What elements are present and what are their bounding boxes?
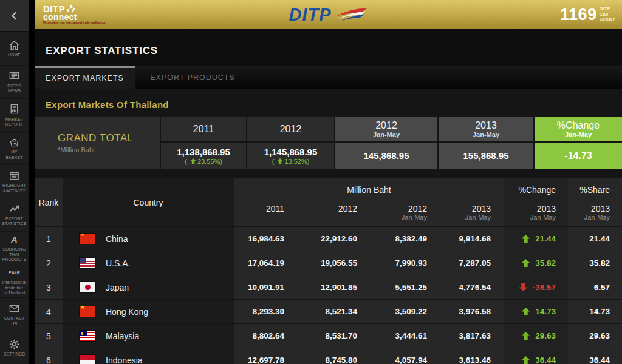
sidebar-item-label: MYBASKET: [5, 150, 22, 160]
content-area: EXPORT STATISTICS EXPORT MARKETS EXPORT …: [35, 29, 622, 364]
tab-export-products[interactable]: EXPORT PRODUCTS: [135, 66, 250, 89]
sidebar-item-export-statistics[interactable]: EXPORTSTATISTICS: [0, 198, 29, 231]
country-name: Indonesia: [106, 356, 143, 364]
share-period: Jan-May: [584, 214, 610, 221]
ditp-connect-logo[interactable]: DITP connect Personalize your internatio…: [43, 4, 106, 25]
sidebar-item-label: HIGHLIGHT&ACTIVITY: [2, 183, 26, 194]
trend-icon: [9, 203, 20, 215]
sidebar-item-settings[interactable]: SETTINGS: [0, 331, 29, 364]
value-cell: 12,697.78: [234, 348, 298, 364]
share-cell: 36.44: [568, 348, 622, 364]
share-cell: 14.73: [568, 300, 622, 323]
tab-bar: EXPORT MARKETS EXPORT PRODUCTS: [35, 66, 622, 89]
arrow-up-icon: [521, 356, 530, 364]
brand-tagline: Personalize your international trade int…: [43, 22, 106, 25]
gear-icon: [9, 338, 20, 350]
sourcing-icon: A: [11, 233, 18, 245]
mail-icon: [9, 302, 20, 314]
value-cell: 3,976.58: [440, 300, 504, 323]
value-cell: 8,802.64: [234, 324, 298, 348]
sidebar-item-home[interactable]: HOME: [0, 32, 29, 65]
rank-cell: 6: [35, 348, 63, 364]
ditp-logo-text: DITP: [289, 5, 331, 25]
value-cell: 16,984.63: [234, 227, 298, 251]
sidebar-item-sourcing-thai-products[interactable]: ASOURCINGTHAIPRODUCTS: [0, 231, 29, 265]
sidebar-item-ditps-news[interactable]: DITP'SNEWS: [0, 65, 29, 98]
call-center-label: DITP Call Center: [600, 7, 615, 22]
sidebar-item-trade-fair[interactable]: FAIRInternationaltrade fairin Thailand: [0, 265, 29, 298]
home-icon: [9, 39, 20, 51]
percent-change-title: %Change: [519, 185, 556, 195]
value-cell: 10,091.91: [234, 275, 298, 299]
value-cell: 8,531.70: [298, 324, 371, 348]
table-row[interactable]: 5Malaysia8,802.648,531.703,444.613,817.6…: [35, 324, 622, 348]
share-cell: 6.57: [568, 275, 622, 299]
grand-total-change: ( 23.55%): [185, 158, 222, 165]
rank-cell: 5: [35, 324, 63, 348]
share-year: 2013: [584, 204, 610, 214]
grand-total-column-2: 2012Jan-May145,868.95: [335, 117, 437, 169]
year-subheaders: 201120122012Jan-May2013Jan-May: [234, 204, 504, 221]
sidebar-item-highlight-activity[interactable]: HIGHLIGHT&ACTIVITY: [0, 164, 29, 198]
grand-total-column-header: 2012Jan-May: [335, 117, 437, 141]
country-cell: ★Hong Kong: [63, 300, 234, 323]
value-cell: 4,776.54: [440, 275, 504, 299]
value-cell: 3,613.46: [440, 348, 504, 364]
back-button[interactable]: [0, 0, 29, 32]
rank-cell: 4: [35, 300, 63, 323]
id-flag-icon: [80, 355, 95, 364]
tab-export-markets[interactable]: EXPORT MARKETS: [35, 66, 135, 89]
value-cell: 9,914.68: [440, 227, 504, 251]
table-row[interactable]: 4★Hong Kong8,293.308,521.343,509.223,976…: [35, 300, 622, 323]
grand-total-column-value: 145,868.95: [335, 143, 437, 169]
sidebar-item-label: EXPORTSTATISTICS: [2, 217, 26, 227]
sidebar-item-label: CONTACTUS: [4, 316, 25, 326]
table-row[interactable]: 2U.S.A.17,064.1919,056.557,990.937,287.0…: [35, 251, 622, 275]
sidebar-item-contact-us[interactable]: CONTACTUS: [0, 297, 29, 331]
sidebar: HOMEDITP'SNEWSMARKETREPORTMYBASKETHIGHLI…: [0, 0, 29, 364]
year-column-header: 2013Jan-May: [440, 204, 504, 221]
value-cell: 8,382.49: [371, 227, 440, 251]
app-root: HOMEDITP'SNEWSMARKETREPORTMYBASKETHIGHLI…: [0, 0, 622, 364]
table-row[interactable]: 1★China16,984.6322,912.608,382.499,914.6…: [35, 227, 622, 251]
arrow-up-icon: [277, 158, 283, 164]
value-cell: 8,293.30: [234, 300, 298, 323]
country-cell: Indonesia: [63, 348, 234, 364]
million-baht-label: Million Baht: [234, 185, 504, 195]
country-name: Malaysia: [106, 331, 139, 341]
change-value: 29.63: [535, 331, 556, 340]
sidebar-item-my-basket[interactable]: MYBASKET: [0, 131, 29, 164]
value-cell: 19,056.55: [298, 251, 371, 275]
sidebar-item-label: DITP'SNEWS: [7, 84, 21, 94]
arrow-up-icon: [521, 235, 530, 243]
grand-total-column-value: 1,145,868.95( 13.52%): [247, 143, 334, 169]
change-cell: 21.44: [504, 227, 568, 251]
share-cell: 29.63: [568, 324, 622, 348]
grand-total-unit: *Million Baht: [58, 146, 160, 153]
sidebar-item-market-report[interactable]: MARKETREPORT: [0, 98, 29, 132]
arrow-up-icon: [521, 332, 530, 340]
grand-total-column-4: %ChangeJan-May-14.73: [535, 117, 622, 169]
call-label-line: Center: [600, 17, 615, 22]
grand-total-column-value: 1,138,868.95( 23.55%): [161, 143, 246, 169]
jp-flag-icon: [80, 282, 95, 292]
sidebar-item-label: SOURCINGTHAIPRODUCTS: [2, 247, 27, 262]
table-row[interactable]: 6Indonesia12,697.788,745.804,057.943,613…: [35, 348, 622, 364]
sidebar-item-label: SETTINGS: [4, 352, 26, 357]
table-row[interactable]: 3Japan10,091.9112,901.855,551.254,776.54…: [35, 275, 622, 299]
grand-total-column-header: %ChangeJan-May: [535, 117, 622, 141]
chevron-left-icon: [9, 10, 20, 21]
change-cell: 36.44: [504, 348, 568, 364]
grand-total-label-cell: GRAND TOTAL *Million Baht: [35, 117, 160, 169]
grand-total-column-1: 20121,145,868.95( 13.52%): [247, 117, 334, 169]
sidebar-item-label: HOME: [8, 53, 21, 58]
grand-total-column-value: -14.73: [535, 143, 622, 169]
country-cell: ★China: [63, 227, 234, 251]
million-baht-group-header: Million Baht 201120122012Jan-May2013Jan-…: [234, 178, 504, 226]
country-name: U.S.A.: [106, 258, 130, 268]
table-body: 1★China16,984.6322,912.608,382.499,914.6…: [35, 227, 622, 364]
value-cell: 7,287.05: [440, 251, 504, 275]
value-cell: 3,817.63: [440, 324, 504, 348]
change-cell: -36.57: [504, 275, 568, 299]
change-cell: 29.63: [504, 324, 568, 348]
